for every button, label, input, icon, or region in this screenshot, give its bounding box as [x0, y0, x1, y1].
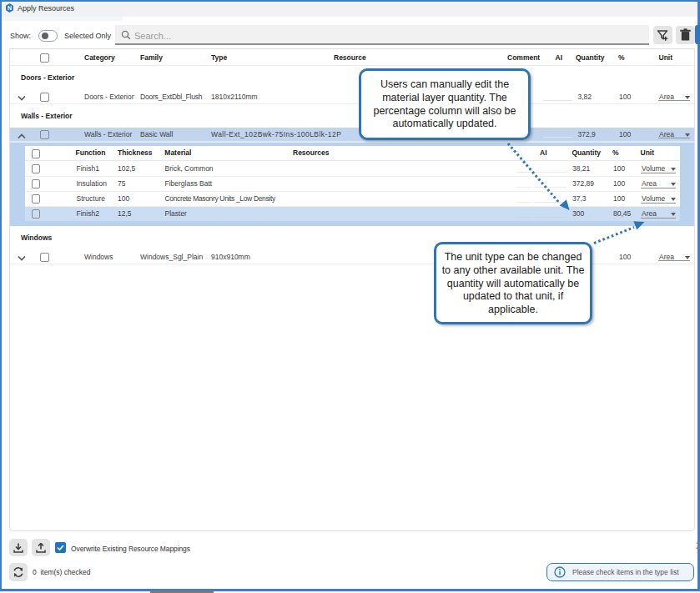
svg-text:N: N: [8, 5, 12, 11]
